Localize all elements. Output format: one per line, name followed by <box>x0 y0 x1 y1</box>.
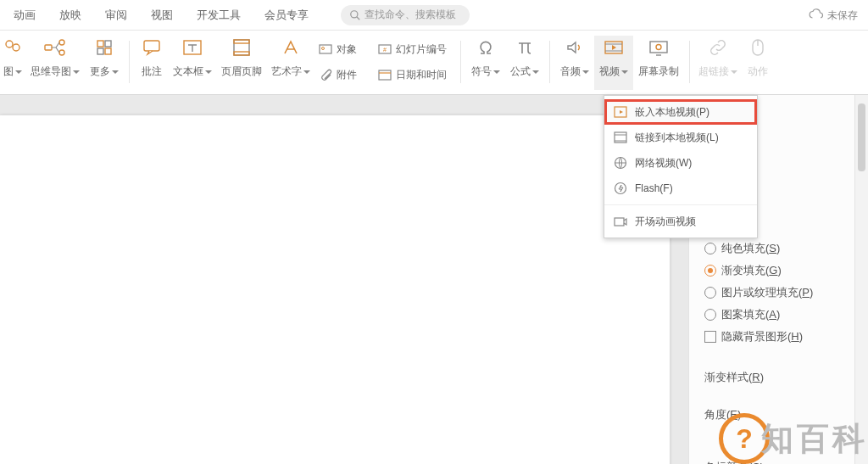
film-link-icon <box>614 131 627 143</box>
attachment-button[interactable]: 附件 <box>314 63 374 87</box>
globe-icon <box>614 156 627 170</box>
chart-icon <box>3 37 23 58</box>
svg-point-0 <box>351 10 358 17</box>
audio-button[interactable]: 音频 <box>555 36 594 90</box>
paperclip-icon <box>319 68 332 81</box>
object-button[interactable]: 对象 <box>314 37 374 61</box>
slide-number-button[interactable]: # 幻灯片编号 <box>374 37 455 61</box>
scrollbar-thumb[interactable] <box>858 103 865 171</box>
audio-label: 音频 <box>560 64 581 79</box>
svg-text:#: # <box>383 47 387 53</box>
symbol-button[interactable]: 符号 <box>466 36 505 90</box>
datetime-label: 日期和时间 <box>396 68 447 82</box>
video-button[interactable]: 视频 <box>594 36 633 90</box>
tab-member[interactable]: 会员专享 <box>253 0 320 31</box>
fill-picture-radio[interactable]: 图片或纹理填充(P) <box>704 282 856 304</box>
gradient-style-label: 渐变样式(R) <box>704 370 856 385</box>
mindmap-button[interactable]: 思维导图 <box>25 36 85 90</box>
fill-gradient-label: 渐变填充 <box>721 264 765 277</box>
svg-line-1 <box>357 16 360 20</box>
screen-record-label: 屏幕录制 <box>638 64 679 79</box>
menu-opening-anim-label: 开场动画视频 <box>635 215 696 229</box>
svg-point-23 <box>656 45 661 50</box>
comment-icon <box>142 38 161 57</box>
object-icon <box>319 42 332 56</box>
menu-link-local-video[interactable]: 链接到本地视频(L) <box>604 125 757 150</box>
hide-bg-label: 隐藏背景图形 <box>721 330 787 343</box>
link-icon <box>709 38 727 57</box>
fill-pattern-label: 图案填充 <box>721 308 765 321</box>
svg-rect-10 <box>105 48 111 54</box>
separator <box>689 41 690 83</box>
camera-icon <box>614 215 627 227</box>
menu-tab-bar: 动画 放映 审阅 视图 开发工具 会员专享 查找命令、搜索模板 未保存 <box>0 0 868 31</box>
save-status-label: 未保存 <box>827 8 858 23</box>
menu-flash-label: Flash(F) <box>635 182 673 194</box>
action-button: 动作 <box>741 36 775 90</box>
screen-record-icon <box>648 38 669 57</box>
insert-small-group-2: # 幻灯片编号 日期和时间 <box>374 36 455 87</box>
svg-rect-15 <box>234 52 249 55</box>
svg-point-6 <box>59 50 64 55</box>
more-button[interactable]: 更多 <box>85 36 124 90</box>
menu-embed-local-video[interactable]: 嵌入本地视频(P) <box>604 99 757 125</box>
object-label: 对象 <box>337 42 357 57</box>
wordart-icon <box>281 38 301 57</box>
pi-icon <box>515 38 534 57</box>
slide-number-label: 幻灯片编号 <box>396 42 447 57</box>
equation-button[interactable]: 公式 <box>505 36 544 90</box>
svg-rect-14 <box>234 40 249 43</box>
svg-point-2 <box>6 41 13 48</box>
svg-rect-7 <box>97 41 103 47</box>
menu-opening-animation[interactable]: 开场动画视频 <box>604 209 757 234</box>
menu-separator <box>604 204 757 205</box>
textbox-label: 文本框 <box>173 64 203 79</box>
svg-rect-29 <box>615 218 624 226</box>
save-status[interactable]: 未保存 <box>809 0 858 31</box>
tab-devtools[interactable]: 开发工具 <box>185 0 253 31</box>
separator <box>460 41 461 83</box>
datetime-button[interactable]: 日期和时间 <box>374 63 455 87</box>
hide-bg-checkbox[interactable]: 隐藏背景图形(H) <box>704 326 856 348</box>
menu-embed-local-label: 嵌入本地视频(P) <box>635 105 709 120</box>
fill-pattern-radio[interactable]: 图案填充(A) <box>704 304 856 326</box>
svg-rect-20 <box>379 70 391 80</box>
screen-record-button[interactable]: 屏幕录制 <box>633 36 684 90</box>
fill-solid-label: 纯色填充 <box>721 242 765 254</box>
vertical-scrollbar[interactable] <box>854 95 868 464</box>
cloud-unsaved-icon <box>809 8 824 23</box>
chart-button[interactable]: 图 <box>0 36 25 90</box>
svg-point-28 <box>615 183 626 194</box>
ribbon-toolbar: 图 思维导图 更多 批注 文本框 页眉页脚 艺术字 对象 附件 <box>0 31 868 95</box>
header-footer-icon <box>231 38 252 57</box>
menu-web-video-label: 网络视频(W) <box>635 156 692 171</box>
slide-canvas[interactable] <box>0 115 670 464</box>
tab-review[interactable]: 审阅 <box>93 0 139 31</box>
mindmap-label: 思维导图 <box>31 64 71 79</box>
fill-solid-radio[interactable]: 纯色填充(S) <box>704 238 856 260</box>
watermark: ? 知百科 <box>719 413 868 464</box>
menu-flash[interactable]: Flash(F) <box>604 176 757 201</box>
tab-view[interactable]: 视图 <box>139 0 185 31</box>
wordart-button[interactable]: 艺术字 <box>267 36 314 90</box>
header-footer-button[interactable]: 页眉页脚 <box>216 36 267 90</box>
tab-show[interactable]: 放映 <box>47 0 93 31</box>
svg-rect-11 <box>144 41 159 51</box>
search-input[interactable]: 查找命令、搜索模板 <box>341 5 470 25</box>
more-label: 更多 <box>90 64 110 79</box>
tab-animation[interactable]: 动画 <box>2 0 47 31</box>
hyperlink-button: 超链接 <box>695 36 741 90</box>
video-icon <box>604 38 624 57</box>
fill-gradient-radio[interactable]: 渐变填充(G) <box>704 260 856 282</box>
video-dropdown-menu: 嵌入本地视频(P) 链接到本地视频(L) 网络视频(W) Flash(F) 开场… <box>604 95 758 238</box>
separator <box>549 41 550 83</box>
svg-rect-8 <box>105 41 111 47</box>
mouse-icon <box>749 38 766 57</box>
comment-label: 批注 <box>142 64 162 79</box>
speaker-icon <box>565 38 584 57</box>
menu-web-video[interactable]: 网络视频(W) <box>604 150 757 176</box>
svg-point-5 <box>59 40 64 45</box>
textbox-button[interactable]: 文本框 <box>169 36 216 90</box>
omega-icon <box>476 38 495 57</box>
comment-button[interactable]: 批注 <box>135 36 169 90</box>
